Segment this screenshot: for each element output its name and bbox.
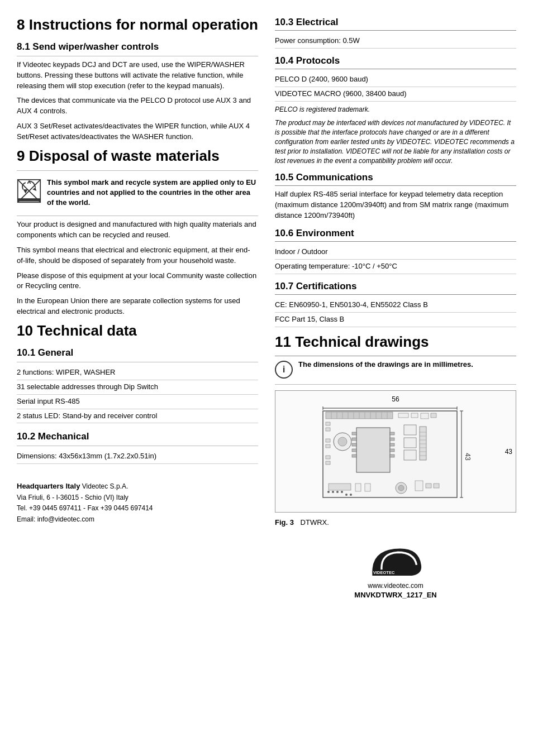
- svg-rect-29: [326, 428, 330, 431]
- section-107-title: 10.7 Certifications: [275, 281, 516, 292]
- section-106-row0: Indoor / Outdoor: [275, 245, 516, 260]
- section-106-row1: Operating temperature: -10°C / +50°C: [275, 260, 516, 274]
- svg-text:VIDEOTEC: VIDEOTEC: [373, 571, 395, 576]
- svg-rect-28: [326, 422, 330, 425]
- footer-tel: Tel. +39 0445 697411 - Fax +39 0445 6974…: [17, 503, 153, 514]
- svg-point-70: [345, 494, 348, 496]
- section-8-title: 8 Instructions for normal operation: [17, 17, 258, 34]
- svg-rect-63: [415, 481, 423, 491]
- right-column: 10.3 Electrical Power consumption: 0.5W …: [275, 17, 516, 599]
- divider-11: [275, 356, 516, 356]
- footer-email: Email: info@videotec.com: [17, 514, 153, 525]
- svg-point-71: [350, 494, 352, 496]
- section-102-title: 10.2 Mechanical: [17, 431, 258, 442]
- divider-102: [17, 446, 258, 446]
- divider-107: [275, 294, 516, 295]
- section-103: 10.3 Electrical Power consumption: 0.5W: [275, 17, 516, 49]
- svg-rect-31: [326, 444, 330, 448]
- fig-name: DTWRX.: [301, 518, 329, 527]
- circuit-drawing: 43: [280, 405, 511, 506]
- fig-label: Fig. 3: [275, 518, 294, 527]
- section-106-title: 10.6 Environment: [275, 228, 516, 239]
- section-107-row1: FCC Part 15, Class B: [275, 313, 516, 327]
- svg-rect-32: [326, 456, 330, 459]
- svg-rect-39: [352, 443, 356, 446]
- svg-rect-49: [404, 450, 416, 460]
- svg-rect-33: [326, 461, 330, 465]
- svg-rect-46: [390, 454, 394, 457]
- divider-81: [17, 56, 258, 56]
- svg-rect-42: [390, 432, 394, 435]
- section-105-title: 10.5 Communications: [275, 172, 516, 183]
- section-9-para4: In the European Union there are separate…: [17, 296, 258, 317]
- section-105: 10.5 Communications Half duplex RS-485 s…: [275, 172, 516, 221]
- logo-container: VIDEOTEC www.videotec.com MNVKDTWRX_1217…: [275, 543, 516, 599]
- footer: Headquarters Italy Videotec S.p.A. Via F…: [17, 481, 258, 524]
- section-9-title: 9 Disposal of waste materials: [17, 148, 258, 165]
- svg-point-69: [341, 491, 343, 493]
- section-107: 10.7 Certifications CE: EN60950-1, EN501…: [275, 281, 516, 327]
- section-104-row0: PELCO D (2400, 9600 baud): [275, 73, 516, 87]
- section-9-para2: This symbol means that electrical and el…: [17, 245, 258, 266]
- svg-rect-44: [390, 443, 394, 446]
- section-81-para1: If Videotec keypads DCJ and DCT are used…: [17, 60, 258, 92]
- section-104-italic2: The product may be interfaced with devic…: [275, 118, 516, 165]
- videotec-logo: VIDEOTEC: [368, 543, 423, 580]
- section-104-title: 10.4 Protocols: [275, 55, 516, 66]
- svg-rect-60: [365, 484, 370, 491]
- info-box: i The dimensions of the drawings are in …: [275, 360, 516, 379]
- left-column: 8 Instructions for normal operation 8.1 …: [17, 17, 258, 525]
- footer-right: VIDEOTEC www.videotec.com MNVKDTWRX_1217…: [275, 543, 516, 599]
- svg-rect-36: [356, 428, 390, 472]
- svg-rect-58: [329, 484, 351, 490]
- svg-rect-24: [398, 413, 408, 418]
- recycle-icon: [17, 179, 41, 203]
- section-102-row0: Dimensions: 43x56x13mm (1.7x2.2x0.51in): [17, 449, 258, 464]
- footer-address1: Via Friuli, 6 - I-36015 - Schio (VI) Ita…: [17, 492, 153, 503]
- svg-rect-26: [421, 413, 429, 419]
- recycle-notice: This symbol mark and recycle system are …: [17, 174, 258, 212]
- divider-9b: [17, 216, 258, 216]
- footer-hq: Headquarters Italy Videotec S.p.A.: [17, 481, 153, 492]
- svg-text:43: 43: [464, 453, 472, 461]
- footer-address: Headquarters Italy Videotec S.p.A. Via F…: [17, 481, 153, 524]
- section-81-title: 8.1 Send wiper/washer controls: [17, 41, 258, 52]
- section-105-para1: Half duplex RS-485 serial interface for …: [275, 189, 516, 221]
- svg-rect-59: [355, 484, 361, 491]
- svg-rect-45: [390, 449, 394, 452]
- section-9-para3: Please dispose of this equipment at your…: [17, 271, 258, 292]
- svg-rect-27: [431, 413, 436, 418]
- footer-website: www.videotec.com: [368, 582, 423, 590]
- section-9-para1: Your product is designed and manufacture…: [17, 219, 258, 241]
- drawing-height-label: 43: [505, 448, 512, 456]
- divider-101: [17, 362, 258, 362]
- svg-rect-40: [352, 449, 356, 452]
- section-104-row1: VIDEOTEC MACRO (9600, 38400 baud): [275, 87, 516, 102]
- section-101-row1: 31 selectable addresses through Dip Swit…: [17, 380, 258, 395]
- divider-106: [275, 241, 516, 242]
- svg-point-66: [327, 491, 330, 493]
- section-101-row0: 2 functions: WIPER, WASHER: [17, 366, 258, 380]
- section-101-row2: Serial input RS-485: [17, 395, 258, 409]
- section-11-title: 11 Technical drawings: [275, 334, 516, 351]
- technical-drawing: 56 43: [275, 390, 516, 513]
- section-101-row3: 2 status LED: Stand-by and receiver cont…: [17, 409, 258, 424]
- footer-model: MNVKDTWRX_1217_EN: [354, 591, 436, 599]
- section-81-para2: The devices that communicate via the PEL…: [17, 95, 258, 117]
- svg-rect-43: [390, 438, 394, 441]
- drawing-width-label: 56: [280, 395, 511, 403]
- divider-105: [275, 185, 516, 186]
- svg-rect-37: [352, 432, 356, 435]
- section-101-title: 10.1 General: [17, 347, 258, 358]
- section-104-italic1: PELCO is registered trademark.: [275, 105, 516, 114]
- section-10-title: 10 Technical data: [17, 323, 258, 339]
- svg-point-67: [332, 491, 334, 493]
- svg-rect-50: [420, 427, 426, 460]
- footer-company: Videotec S.p.A.: [82, 482, 129, 490]
- svg-rect-41: [352, 454, 356, 457]
- svg-point-62: [398, 485, 404, 491]
- section-103-row0: Power consumption: 0.5W: [275, 34, 516, 49]
- section-10: 10 Technical data 10.1 General 2 functio…: [17, 323, 258, 464]
- svg-rect-25: [411, 413, 418, 418]
- section-11: 11 Technical drawings i The dimensions o…: [275, 334, 516, 527]
